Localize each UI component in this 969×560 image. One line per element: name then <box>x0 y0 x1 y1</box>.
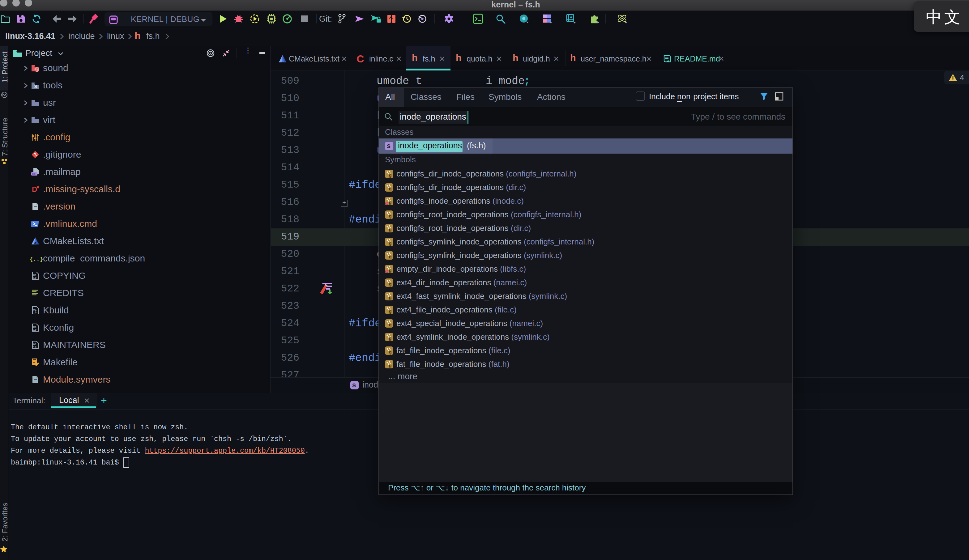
svg-text:10: 10 <box>33 346 37 349</box>
svg-text:10: 10 <box>33 329 37 332</box>
svg-text:g: g <box>389 309 392 314</box>
svg-text:g: g <box>389 336 392 341</box>
svg-text:{..}: {..} <box>30 256 43 263</box>
svg-text:g: g <box>389 295 392 300</box>
svg-text:g: g <box>389 200 392 205</box>
svg-text:g: g <box>389 268 392 273</box>
svg-text:g: g <box>389 363 392 368</box>
svg-text:g: g <box>389 173 392 178</box>
svg-text:g: g <box>389 227 392 232</box>
svg-text:g: g <box>389 282 392 286</box>
svg-text:g: g <box>389 254 392 259</box>
svg-text:g: g <box>389 241 392 246</box>
svg-text:10: 10 <box>33 277 37 280</box>
svg-text:g: g <box>389 322 392 327</box>
svg-text:g: g <box>389 349 392 354</box>
svg-text:10: 10 <box>33 311 37 314</box>
svg-text:D: D <box>32 185 37 193</box>
svg-text:g: g <box>389 214 392 218</box>
svg-text:C++: C++ <box>32 173 37 176</box>
svg-text:g: g <box>389 186 392 191</box>
